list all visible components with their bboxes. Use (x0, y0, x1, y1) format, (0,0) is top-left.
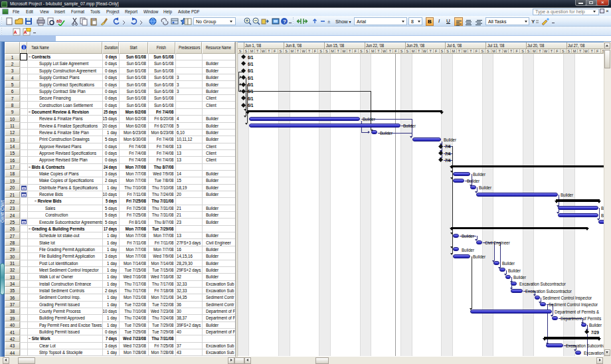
svg-text:?: ? (283, 19, 286, 25)
svg-text:±: ± (327, 19, 331, 25)
svg-text:ab: ab (56, 19, 62, 23)
svg-text:Y: Y (531, 19, 535, 25)
svg-text:A: A (14, 30, 17, 35)
